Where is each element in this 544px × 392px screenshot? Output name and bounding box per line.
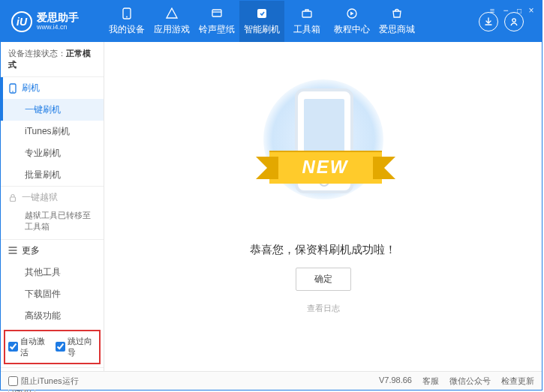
auto-activate-checkbox[interactable]: 自动激活 [8, 336, 50, 358]
svg-rect-9 [11, 197, 16, 202]
skip-setup-label: 跳过向导 [68, 336, 97, 358]
block-itunes-checkbox[interactable]: 阻止iTunes运行 [8, 376, 79, 387]
options-highlight: 自动激活 跳过向导 [4, 330, 101, 364]
success-illustration: NEW [263, 79, 383, 222]
app-name: 爱思助手 [37, 12, 79, 23]
section-flash[interactable]: 刷机 [1, 77, 104, 99]
device-icon [120, 7, 134, 20]
sidebar: 设备连接状态：正常模式 刷机 一键刷机iTunes刷机专业刷机批量刷机 一键越狱… [1, 42, 104, 373]
tab-label: 我的设备 [109, 23, 145, 36]
tab-flash[interactable]: 智能刷机 [239, 1, 284, 42]
auto-activate-label: 自动激活 [20, 336, 50, 358]
section-more-title: 更多 [22, 244, 40, 257]
tab-toolbox[interactable]: 工具箱 [284, 1, 329, 42]
tab-tutorial[interactable]: 教程中心 [329, 1, 374, 42]
sidebar-item-other[interactable]: 其他工具 [1, 262, 104, 283]
block-itunes-label: 阻止iTunes运行 [21, 376, 79, 387]
svg-point-1 [126, 16, 128, 18]
tab-label: 智能刷机 [244, 23, 280, 36]
tab-apps[interactable]: 应用游戏 [149, 1, 194, 42]
tab-label: 铃声壁纸 [199, 23, 235, 36]
tab-ringtones[interactable]: 铃声壁纸 [194, 1, 239, 42]
footer-version: V7.98.66 [379, 376, 412, 387]
app-logo: iU 爱思助手 www.i4.cn [1, 11, 104, 32]
footer-wechat[interactable]: 微信公众号 [449, 376, 491, 387]
status-label: 设备连接状态： [8, 49, 66, 58]
footer-service[interactable]: 客服 [422, 376, 439, 387]
section-more[interactable]: 更多 [1, 240, 104, 262]
tab-label: 应用游戏 [154, 23, 190, 36]
skip-setup-checkbox[interactable]: 跳过向导 [56, 336, 97, 358]
tab-device[interactable]: 我的设备 [104, 1, 149, 42]
ok-button[interactable]: 确定 [296, 268, 351, 291]
new-ribbon: NEW [269, 151, 382, 184]
svg-rect-4 [302, 11, 311, 17]
lock-icon [8, 193, 17, 202]
footer: 阻止iTunes运行 V7.98.66 客服 微信公众号 检查更新 [1, 371, 542, 390]
tab-label: 工具箱 [293, 23, 320, 36]
success-message: 恭喜您，保资料刷机成功啦！ [250, 243, 396, 257]
tab-label: 教程中心 [334, 23, 370, 36]
titlebar: iU 爱思助手 www.i4.cn 我的设备应用游戏铃声壁纸智能刷机工具箱教程中… [1, 1, 542, 42]
tab-store[interactable]: 爱思商城 [374, 1, 419, 42]
svg-rect-3 [257, 9, 266, 18]
connection-status: 设备连接状态：正常模式 [1, 42, 104, 76]
svg-point-6 [512, 18, 515, 21]
sidebar-item-itunes[interactable]: iTunes刷机 [1, 121, 104, 142]
apps-icon [165, 7, 179, 20]
footer-update[interactable]: 检查更新 [501, 376, 534, 387]
svg-point-8 [12, 91, 14, 92]
app-url: www.i4.cn [37, 23, 79, 31]
content-pane: NEW 恭喜您，保资料刷机成功啦！ 确定 查看日志 [104, 42, 542, 373]
section-jailbreak-title: 一键越狱 [22, 191, 58, 204]
ringtones-icon [210, 7, 224, 20]
jailbreak-note: 越狱工具已转移至工具箱 [1, 208, 104, 239]
toolbox-icon [300, 7, 314, 20]
svg-rect-2 [212, 10, 221, 16]
tab-label: 爱思商城 [379, 23, 415, 36]
menu-icon[interactable]: ≡ [485, 3, 500, 18]
sidebar-item-download[interactable]: 下载固件 [1, 283, 104, 305]
sidebar-item-pro[interactable]: 专业刷机 [1, 142, 104, 164]
sidebar-item-onekey[interactable]: 一键刷机 [1, 99, 104, 121]
close-button[interactable]: × [524, 3, 539, 18]
logo-icon: iU [11, 11, 32, 32]
flash-icon [255, 7, 269, 20]
section-flash-title: 刷机 [22, 82, 40, 94]
sidebar-item-advanced[interactable]: 高级功能 [1, 305, 104, 327]
tutorial-icon [345, 7, 359, 20]
view-log-link[interactable]: 查看日志 [307, 303, 340, 314]
main-nav: 我的设备应用游戏铃声壁纸智能刷机工具箱教程中心爱思商城 [104, 1, 419, 42]
minimize-button[interactable]: − [498, 3, 513, 18]
store-icon [390, 7, 404, 20]
section-jailbreak[interactable]: 一键越狱 [1, 187, 104, 208]
sidebar-item-batch[interactable]: 批量刷机 [1, 164, 104, 186]
menu-lines-icon [8, 247, 17, 254]
phone-icon [8, 83, 17, 94]
